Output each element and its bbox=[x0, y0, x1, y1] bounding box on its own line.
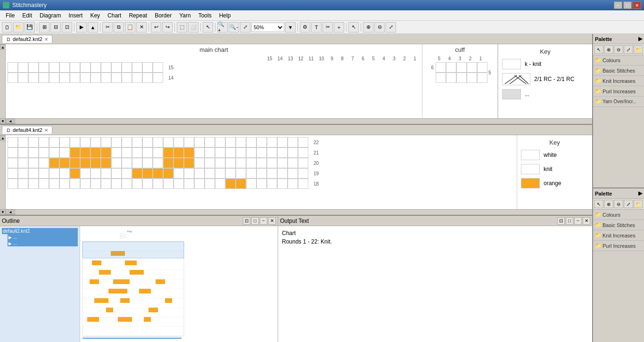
vscroll-down[interactable]: ▼ bbox=[0, 118, 6, 124]
pointer-button[interactable]: ↖ bbox=[203, 22, 213, 33]
delete-button[interactable]: ✕ bbox=[136, 22, 147, 33]
scissors-button[interactable]: ✂ bbox=[322, 22, 333, 33]
tab-close-1[interactable]: ✕ bbox=[44, 37, 48, 42]
palette-expand-1[interactable]: ▶ bbox=[638, 36, 642, 42]
tab-close-2[interactable]: ✕ bbox=[44, 128, 48, 133]
menu-repeat[interactable]: Repeat bbox=[125, 11, 151, 20]
paste-button[interactable]: 📋 bbox=[125, 22, 135, 33]
new-button[interactable]: 🗋 bbox=[2, 22, 12, 33]
save-button[interactable]: 💾 bbox=[25, 22, 35, 33]
fit-button[interactable]: ⤢ bbox=[240, 22, 250, 33]
output-btn2[interactable]: □ bbox=[566, 217, 573, 225]
undo-button[interactable]: ↩ bbox=[151, 22, 161, 33]
vscroll-1[interactable]: ▲ ▼ bbox=[0, 44, 6, 124]
zoom-dropdown[interactable]: ▼ bbox=[285, 22, 296, 33]
btn4[interactable]: ⊞ bbox=[39, 22, 50, 33]
select2-button[interactable]: ⬜ bbox=[188, 22, 198, 33]
palette-section-knit-inc-2: 📁 Knit Increases bbox=[593, 230, 644, 241]
btn5[interactable]: ⊟ bbox=[50, 22, 61, 33]
hscroll-left[interactable]: ◄ bbox=[6, 119, 15, 123]
zoom-select[interactable]: 50% 25% 75% 100% bbox=[251, 23, 284, 32]
output-chart-title: Chart bbox=[282, 230, 588, 236]
copy-button[interactable]: ⧉ bbox=[114, 22, 124, 33]
outline-btn3[interactable]: − bbox=[260, 217, 267, 225]
menu-insert[interactable]: Insert bbox=[65, 11, 86, 20]
maximize-button[interactable]: □ bbox=[623, 1, 632, 9]
arrow-button[interactable]: ↖ bbox=[348, 22, 359, 33]
palette-basic-label-2[interactable]: 📁 Basic Stitches bbox=[595, 221, 642, 229]
menu-yarn[interactable]: Yarn bbox=[175, 11, 194, 20]
outline-btn1[interactable]: ⊡ bbox=[243, 217, 250, 225]
select-button[interactable]: ⬚ bbox=[177, 22, 187, 33]
palette-yarn-label[interactable]: 📁 Yarn Over/Incr... bbox=[595, 98, 642, 106]
stop-button[interactable]: ▲ bbox=[88, 22, 98, 33]
vscroll-up[interactable]: ▲ bbox=[0, 44, 6, 50]
palette-basic-label[interactable]: 📁 Basic Stitches bbox=[595, 66, 642, 74]
tab2-charts-row: 22 21 20 19 18 Key bbox=[6, 135, 592, 209]
menu-chart[interactable]: Chart bbox=[104, 11, 125, 20]
tab2-main: 22 21 20 19 18 bbox=[6, 135, 517, 209]
zoom-in-button[interactable]: 🔍+ bbox=[217, 22, 228, 33]
palette-knit-inc-label-2[interactable]: 📁 Knit Increases bbox=[595, 231, 642, 239]
tab-header-2: 🗋 default4.knt2 ✕ bbox=[0, 125, 592, 135]
palette-zoom-out[interactable]: ⊖ bbox=[614, 45, 623, 54]
palette-purl-inc-label[interactable]: 📁 Purl Increases bbox=[595, 87, 642, 95]
zoom2-out-button[interactable]: ⊖ bbox=[374, 22, 385, 33]
output-btn1[interactable]: ⊡ bbox=[557, 217, 565, 225]
outline-item-sub1[interactable]: ▶ ... bbox=[8, 234, 78, 240]
palette-expand-2[interactable]: ▶ bbox=[638, 190, 642, 196]
palette-purl-inc-label-2[interactable]: 📁 Purl Increases bbox=[595, 242, 642, 250]
menu-border[interactable]: Border bbox=[151, 11, 175, 20]
svg-rect-26 bbox=[99, 270, 111, 275]
palette-knit-inc-label[interactable]: 📁 Knit Increases bbox=[595, 77, 642, 85]
palette-folder[interactable]: 📁 bbox=[634, 45, 643, 54]
text-button[interactable]: T bbox=[311, 22, 322, 33]
palette-pointer[interactable]: ↖ bbox=[594, 45, 603, 54]
cut-button[interactable]: ✂ bbox=[102, 22, 113, 33]
tab2-inner: 22 21 20 19 18 Key bbox=[6, 135, 592, 215]
zoom-out-button[interactable]: 🔍- bbox=[229, 22, 239, 33]
minimize-button[interactable]: − bbox=[614, 1, 622, 9]
palette-zoom-in[interactable]: ⊕ bbox=[604, 45, 613, 54]
palette-colours-label-2[interactable]: 📁 Colours bbox=[595, 211, 642, 219]
menu-edit[interactable]: Edit bbox=[18, 11, 36, 20]
tab-default4[interactable]: 🗋 default4.knt2 ✕ bbox=[2, 126, 52, 134]
key-item-white: white bbox=[521, 150, 588, 160]
cross-button[interactable]: + bbox=[334, 22, 344, 33]
palette-pointer-2[interactable]: ↖ bbox=[594, 200, 603, 208]
palette-fit[interactable]: ⤢ bbox=[624, 45, 633, 54]
menu-file[interactable]: File bbox=[2, 11, 18, 20]
outline-btn4[interactable]: ✕ bbox=[268, 217, 276, 225]
vscroll-2[interactable]: ▲ ▼ bbox=[0, 135, 6, 215]
fit2-button[interactable]: ⤢ bbox=[386, 22, 396, 33]
bottom-area: Outline ⊡ □ − ✕ default2.knt2 bbox=[0, 215, 592, 342]
zoom2-in-button[interactable]: ⊕ bbox=[363, 22, 373, 33]
hscroll-1[interactable]: ◄ ► bbox=[6, 118, 592, 124]
menu-key[interactable]: Key bbox=[86, 11, 104, 20]
palette-folder-2[interactable]: 📁 bbox=[634, 200, 643, 208]
tab-default2[interactable]: 🗋 default2.knt2 ✕ bbox=[2, 35, 52, 43]
output-btn4[interactable]: ✕ bbox=[583, 217, 590, 225]
close-button[interactable]: ✕ bbox=[633, 1, 641, 9]
menu-diagram[interactable]: Diagram bbox=[36, 11, 65, 20]
settings-button[interactable]: ⚙ bbox=[300, 22, 310, 33]
hscroll-right[interactable]: ► bbox=[6, 123, 15, 124]
app-title: Stitchmastery bbox=[12, 2, 47, 8]
hscroll-2[interactable]: ◄ ► bbox=[6, 209, 592, 215]
output-btn3[interactable]: − bbox=[574, 217, 582, 225]
outline-item-sub2[interactable]: ▶ ... bbox=[8, 240, 78, 246]
palette-zoom-in-2[interactable]: ⊕ bbox=[604, 200, 613, 208]
open-button[interactable]: 📁 bbox=[13, 22, 24, 33]
tab1-content: main chart 15 14 13 12 11 10 9 8 bbox=[6, 44, 592, 124]
palette-zoom-out-2[interactable]: ⊖ bbox=[614, 200, 623, 208]
menu-tools[interactable]: Tools bbox=[195, 11, 215, 20]
menu-help[interactable]: Help bbox=[215, 11, 235, 20]
output-chart-body: Rounds 1 - 22: Knit. bbox=[282, 238, 588, 245]
palette-fit-2[interactable]: ⤢ bbox=[624, 200, 633, 208]
play-button[interactable]: ▶ bbox=[76, 22, 87, 33]
outline-item-default2[interactable]: default2.knt2 bbox=[2, 228, 78, 234]
outline-btn2[interactable]: □ bbox=[251, 217, 259, 225]
redo-button[interactable]: ↪ bbox=[162, 22, 173, 33]
palette-colours-label[interactable]: 📁 Colours bbox=[595, 56, 642, 64]
btn6[interactable]: ⊡ bbox=[62, 22, 72, 33]
